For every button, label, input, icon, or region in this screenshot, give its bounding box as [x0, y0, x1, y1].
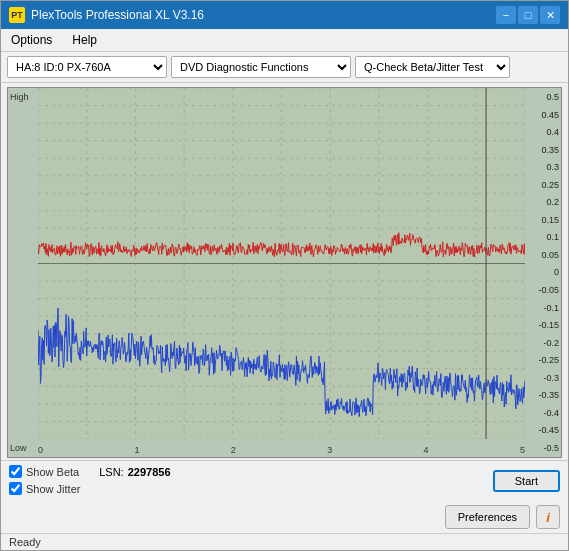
- app-icon: PT: [9, 7, 25, 23]
- chart-canvas: [38, 88, 525, 439]
- function-select[interactable]: DVD Diagnostic Functions: [171, 56, 351, 78]
- checkboxes-column: Show Beta LSN: 2297856 Show Jitter: [9, 465, 171, 497]
- menu-help[interactable]: Help: [66, 31, 103, 49]
- test-select[interactable]: Q-Check Beta/Jitter Test: [355, 56, 510, 78]
- title-bar: PT PlexTools Professional XL V3.16 − □ ✕: [1, 1, 568, 29]
- start-button[interactable]: Start: [493, 470, 560, 492]
- status-text: Ready: [9, 536, 41, 548]
- lsn-value: 2297856: [128, 466, 171, 478]
- close-button[interactable]: ✕: [540, 6, 560, 24]
- chart-right-labels: 0.5 0.45 0.4 0.35 0.3 0.25 0.2 0.15 0.1 …: [527, 88, 559, 457]
- show-jitter-row: Show Jitter: [9, 482, 171, 495]
- title-bar-left: PT PlexTools Professional XL V3.16: [9, 7, 204, 23]
- chart-inner: [38, 88, 525, 439]
- bottom-right: Start: [493, 470, 560, 492]
- show-jitter-label[interactable]: Show Jitter: [26, 483, 80, 495]
- chart-left-labels: High Low: [10, 88, 40, 457]
- menu-options[interactable]: Options: [5, 31, 58, 49]
- show-beta-row: Show Beta LSN: 2297856: [9, 465, 171, 478]
- preferences-button[interactable]: Preferences: [445, 505, 530, 529]
- menu-bar: Options Help: [1, 29, 568, 52]
- toolbar: HA:8 ID:0 PX-760A DVD Diagnostic Functio…: [1, 52, 568, 83]
- title-controls: − □ ✕: [496, 6, 560, 24]
- show-beta-label[interactable]: Show Beta: [26, 466, 79, 478]
- maximize-button[interactable]: □: [518, 6, 538, 24]
- show-beta-checkbox[interactable]: [9, 465, 22, 478]
- show-jitter-checkbox[interactable]: [9, 482, 22, 495]
- lsn-label: LSN:: [99, 466, 123, 478]
- main-window: PT PlexTools Professional XL V3.16 − □ ✕…: [0, 0, 569, 551]
- preferences-row: Preferences i: [1, 503, 568, 533]
- chart-area: High Low 0.5 0.45 0.4 0.35 0.3 0.25 0.2 …: [1, 83, 568, 460]
- chart-container: High Low 0.5 0.45 0.4 0.35 0.3 0.25 0.2 …: [7, 87, 562, 458]
- left-label-high: High: [10, 92, 40, 102]
- bottom-panel: Show Beta LSN: 2297856 Show Jitter Start: [1, 460, 568, 503]
- window-title: PlexTools Professional XL V3.16: [31, 8, 204, 22]
- drive-select[interactable]: HA:8 ID:0 PX-760A: [7, 56, 167, 78]
- minimize-button[interactable]: −: [496, 6, 516, 24]
- chart-bottom-labels: 0 1 2 3 4 5: [38, 445, 525, 455]
- status-bar: Ready: [1, 533, 568, 550]
- left-label-low: Low: [10, 443, 40, 453]
- info-button[interactable]: i: [536, 505, 560, 529]
